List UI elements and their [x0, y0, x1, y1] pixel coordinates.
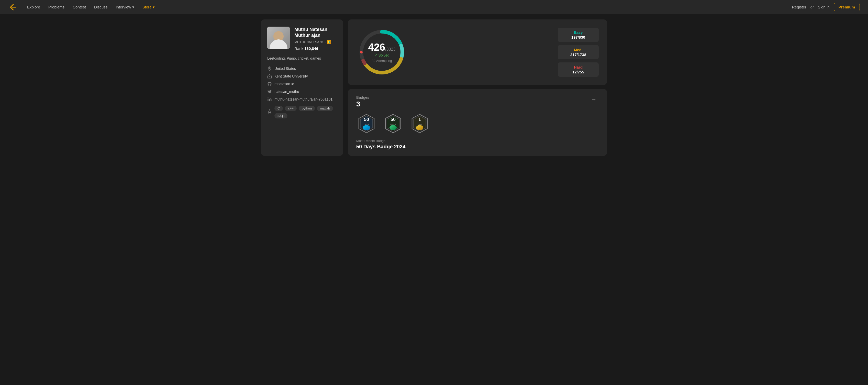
nav-or: or [810, 5, 814, 9]
badge-3: 1 DAYS [409, 113, 430, 134]
badges-header: Badges 3 → [356, 95, 599, 108]
right-panel: 426/3323 ✓ Solved 89 Attempting Easy 197… [348, 20, 607, 156]
main-content: Muthu Natesan Muthur ajan MUTHUNATESAN18… [255, 14, 613, 161]
location-text: United States [274, 66, 296, 70]
badge-3-svg: 1 DAYS [411, 114, 428, 133]
linkedin-icon [267, 97, 272, 101]
skill-d3: d3.js [274, 113, 287, 118]
profile-location: United States [267, 66, 337, 71]
profile-header: Muthu Natesan Muthur ajan MUTHUNATESAN18… [267, 27, 337, 51]
donut-chart: 426/3323 ✓ Solved 89 Attempting [356, 27, 407, 78]
avatar-image [267, 27, 290, 49]
nav-register[interactable]: Register [792, 5, 806, 9]
profile-bio: Leetcoding, Piano, cricket, games [267, 56, 337, 61]
university-icon [267, 74, 272, 79]
nav-right: Register or Sign in Premium [792, 3, 860, 11]
nav-store[interactable]: Store ▾ [139, 3, 158, 11]
easy-label: Easy [562, 30, 594, 34]
twitter-text: natesan_muthu [274, 90, 299, 94]
svg-text:50: 50 [364, 117, 369, 122]
badge-2: 50 DAYS [383, 113, 403, 134]
med-label: Med. [562, 48, 594, 52]
profile-university: Kent State University [267, 74, 337, 79]
skills-icon [267, 109, 272, 114]
avatar [267, 27, 290, 49]
left-panel: Muthu Natesan Muthur ajan MUTHUNATESAN18… [261, 20, 343, 156]
svg-rect-1 [269, 77, 270, 78]
svg-point-2 [268, 97, 269, 98]
donut-center: 426/3323 ✓ Solved 89 Attempting [368, 42, 396, 63]
github-text: mnatesan18 [274, 82, 294, 86]
location-icon [267, 66, 272, 71]
skill-cpp: c++ [285, 106, 297, 111]
profile-name: Muthu Natesan Muthur ajan [294, 27, 337, 39]
nav-problems[interactable]: Problems [45, 3, 68, 11]
premium-button[interactable]: Premium [834, 3, 860, 11]
skill-c: C [274, 106, 283, 111]
nav-links: Explore Problems Contest Discuss Intervi… [24, 3, 790, 11]
nav-interview[interactable]: Interview ▾ [112, 3, 137, 11]
svg-point-0 [269, 67, 270, 68]
svg-point-19 [390, 125, 397, 130]
skill-matlab: matlab [317, 106, 333, 111]
med-val: 217/1738 [562, 53, 594, 57]
stats-breakdown: Easy 197/830 Med. 217/1738 Hard 12/755 [558, 28, 599, 77]
nav-signin[interactable]: Sign in [818, 5, 830, 9]
badges-count: 3 [356, 100, 369, 108]
linkedin-text: muthu-natesan-muthurajan-758a101... [274, 97, 336, 101]
svg-text:1: 1 [418, 117, 421, 122]
rank-badge-icon: 🔰 [327, 40, 331, 44]
profile-rank: Rank 160,846 [294, 46, 337, 51]
badges-row: 50 DAYS [356, 113, 599, 134]
attempting-label: 89 Attempting [368, 59, 396, 63]
badge-2-svg: 50 DAYS [384, 114, 402, 133]
stats-card: 426/3323 ✓ Solved 89 Attempting Easy 197… [348, 20, 607, 85]
hard-label: Hard [562, 65, 594, 69]
hard-stat: Hard 12/755 [558, 62, 599, 77]
easy-val: 197/830 [562, 35, 594, 39]
badges-arrow-button[interactable]: → [589, 95, 599, 104]
badge-1-svg: 50 DAYS [358, 114, 375, 133]
profile-username: MUTHUNATESAN18 🔰 [294, 40, 337, 44]
svg-point-24 [416, 125, 423, 130]
med-stat: Med. 217/1738 [558, 45, 599, 59]
nav-contest[interactable]: Contest [69, 3, 90, 11]
profile-info: Muthu Natesan Muthur ajan MUTHUNATESAN18… [294, 27, 337, 51]
easy-stat: Easy 197/830 [558, 28, 599, 42]
solved-label: ✓ Solved [368, 53, 396, 57]
logo[interactable] [8, 3, 18, 12]
most-recent-badge-label: Most Recent Badge [356, 139, 599, 143]
github-icon [267, 82, 272, 86]
badge-1: 50 DAYS [356, 113, 377, 134]
navbar: Explore Problems Contest Discuss Intervi… [0, 0, 868, 14]
solved-number: 426/3323 [368, 42, 396, 52]
most-recent-badge-name: 50 Days Badge 2024 [356, 144, 599, 150]
university-text: Kent State University [274, 74, 308, 78]
nav-discuss[interactable]: Discuss [91, 3, 111, 11]
nav-explore[interactable]: Explore [24, 3, 44, 11]
svg-point-9 [360, 51, 363, 54]
skills-row: C c++ python matlab d3.js [274, 106, 337, 118]
profile-linkedin[interactable]: muthu-natesan-muthurajan-758a101... [267, 97, 337, 101]
profile-github[interactable]: mnatesan18 [267, 82, 337, 86]
profile-details: United States Kent State University mnat… [267, 66, 337, 118]
skill-python: python [299, 106, 315, 111]
svg-point-14 [363, 125, 370, 130]
profile-twitter[interactable]: natesan_muthu [267, 89, 337, 94]
twitter-icon [267, 89, 272, 94]
profile-skills: C c++ python matlab d3.js [267, 105, 337, 118]
svg-text:50: 50 [391, 117, 396, 122]
badges-label: Badges [356, 95, 369, 99]
badges-card: Badges 3 → 50 DAYS [348, 89, 607, 156]
svg-marker-3 [268, 110, 272, 113]
hard-val: 12/755 [562, 70, 594, 74]
